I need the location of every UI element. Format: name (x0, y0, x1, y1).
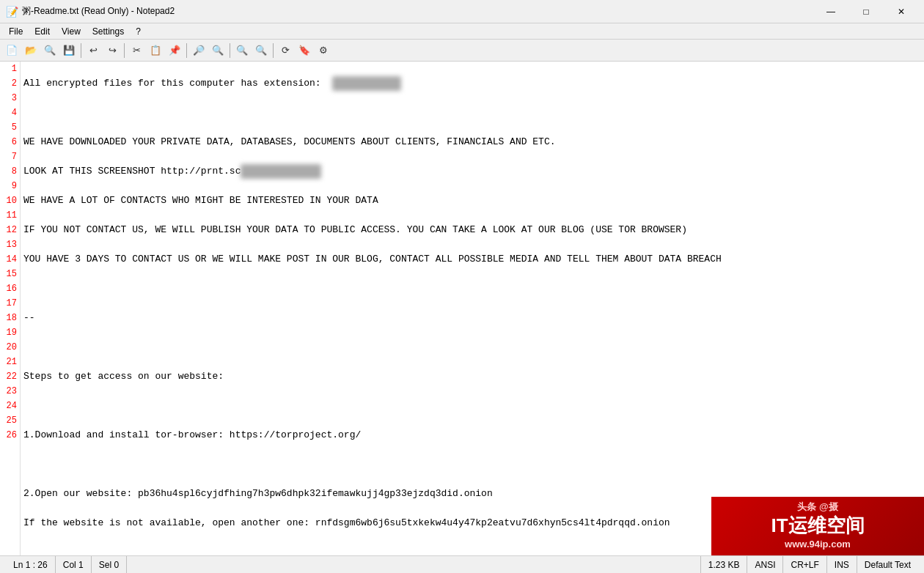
separator-5 (273, 43, 274, 58)
ln-7: 7 (3, 149, 17, 164)
editor-text[interactable]: All encrypted files for this computer ha… (21, 62, 924, 555)
menu-settings[interactable]: Settings (87, 25, 130, 38)
title-bar: 📝 粥-Readme.txt (Read Only) - Notepad2 — … (0, 0, 924, 23)
menu-edit[interactable]: Edit (29, 25, 56, 38)
line-10 (23, 340, 921, 355)
ln-18: 18 (3, 311, 17, 325)
zoom-in-button[interactable]: 🔍 (233, 42, 251, 59)
separator-1 (81, 43, 81, 58)
separator-2 (124, 43, 125, 58)
ln-3: 3 (3, 91, 17, 106)
window-controls: — □ ✕ (814, 1, 918, 23)
line-1: All encrypted files for this computer ha… (23, 76, 921, 91)
menu-view[interactable]: View (56, 25, 87, 38)
ln-20: 20 (3, 340, 17, 355)
title-bar-text: 粥-Readme.txt (Read Only) - Notepad2 (22, 5, 814, 18)
find-button[interactable]: 🔎 (190, 42, 208, 59)
watermark-line1: 头条 @摄 (771, 501, 864, 514)
minimize-button[interactable]: — (814, 1, 848, 23)
line-9: -- (23, 311, 921, 325)
encoding: ANSI (747, 556, 783, 573)
ln-10: 10 (3, 193, 17, 208)
toolbar: 📄 📂 🔍 💾 ↩ ↪ ✂ 📋 📌 🔎 🔍 🔍 🔍 ⟳ 🔖 ⚙ (0, 40, 924, 62)
line-4: LOOK AT THIS SCREENSHOT http://prnt.sc██… (23, 164, 921, 179)
redacted-screenshot-url: ██████████████ (241, 164, 320, 179)
app-icon: 📝 (6, 6, 18, 18)
line-5: WE HAVE A LOT OF CONTACTS WHO MIGHT BE I… (23, 193, 921, 208)
selection-info: Sel 0 (92, 556, 127, 573)
save-button[interactable]: 💾 (60, 42, 78, 59)
maximize-button[interactable]: □ (849, 1, 883, 23)
ln-21: 21 (3, 355, 17, 369)
cursor-position: Ln 1 : 26 (6, 556, 56, 573)
line-14 (23, 457, 921, 472)
ln-2: 2 (3, 76, 17, 91)
options-button[interactable]: ⚙ (315, 42, 332, 59)
close-button[interactable]: ✕ (884, 1, 918, 23)
watermark-overlay: 头条 @摄 IT运维空间 www.94ip.com (711, 497, 924, 555)
ln-6: 6 (3, 135, 17, 149)
line-8 (23, 281, 921, 296)
status-bar: Ln 1 : 26 Col 1 Sel 0 1.23 KB ANSI CR+LF… (0, 555, 924, 573)
menu-bar: File Edit View Settings ? (0, 23, 924, 40)
line-7: YOU HAVE 3 DAYS TO CONTACT US OR WE WILL… (23, 252, 921, 267)
menu-help[interactable]: ? (130, 25, 147, 38)
zoom-out-button[interactable]: 🔍 (252, 42, 270, 59)
line-2 (23, 106, 921, 120)
insert-mode: INS (827, 556, 857, 573)
ln-4: 4 (3, 106, 17, 120)
watermark-line2: IT运维空间 (771, 514, 864, 539)
redacted-extension: ████████████ (332, 76, 401, 91)
separator-4 (230, 43, 230, 58)
ln-9: 9 (3, 179, 17, 193)
ln-5: 5 (3, 120, 17, 135)
ln-24: 24 (3, 399, 17, 413)
ln-16: 16 (3, 281, 17, 296)
text-mode: Default Text (857, 556, 918, 573)
watermark-line3: www.94ip.com (771, 539, 864, 551)
ln-12: 12 (3, 223, 17, 237)
line-numbers: 1 2 3 4 5 6 7 8 9 10 11 12 13 14 15 16 1… (0, 62, 21, 555)
ln-14: 14 (3, 252, 17, 267)
redo-button[interactable]: ↪ (103, 42, 121, 59)
spacer (127, 556, 701, 573)
undo-button[interactable]: ↩ (84, 42, 102, 59)
line-ending: CR+LF (783, 556, 826, 573)
replace-button[interactable]: 🔍 (209, 42, 227, 59)
cut-button[interactable]: ✂ (128, 42, 145, 59)
line-3: WE HAVE DOWNLOADED YOUR PRIVATE DATA, DA… (23, 135, 921, 149)
ln-23: 23 (3, 384, 17, 399)
save-icon-button[interactable]: 🔍 (41, 42, 59, 59)
ln-8: 8 (3, 164, 17, 179)
new-button[interactable]: 📄 (3, 42, 21, 59)
ln-19: 19 (3, 325, 17, 340)
ln-11: 11 (3, 208, 17, 223)
ln-25: 25 (3, 413, 17, 428)
line-11: Steps to get access on our website: (23, 369, 921, 384)
line-12 (23, 399, 921, 413)
ln-15: 15 (3, 267, 17, 281)
copy-button[interactable]: 📋 (147, 42, 164, 59)
separator-3 (186, 43, 187, 58)
wrap-button[interactable]: ⟳ (276, 42, 294, 59)
line-13: 1.Download and install tor-browser: http… (23, 428, 921, 443)
open-button[interactable]: 📂 (22, 42, 40, 59)
ln-13: 13 (3, 237, 17, 252)
file-size: 1.23 KB (701, 556, 748, 573)
ln-1: 1 (3, 62, 17, 76)
ln-22: 22 (3, 369, 17, 384)
menu-file[interactable]: File (3, 25, 29, 38)
editor-container[interactable]: 1 2 3 4 5 6 7 8 9 10 11 12 13 14 15 16 1… (0, 62, 924, 555)
ln-26: 26 (3, 428, 17, 443)
column-position: Col 1 (56, 556, 92, 573)
ln-17: 17 (3, 296, 17, 311)
bookmark-button[interactable]: 🔖 (296, 42, 313, 59)
watermark-text: 头条 @摄 IT运维空间 www.94ip.com (771, 501, 864, 551)
line-6: IF YOU NOT CONTACT US, WE WILL PUBLISH Y… (23, 223, 921, 237)
paste-button[interactable]: 📌 (166, 42, 183, 59)
